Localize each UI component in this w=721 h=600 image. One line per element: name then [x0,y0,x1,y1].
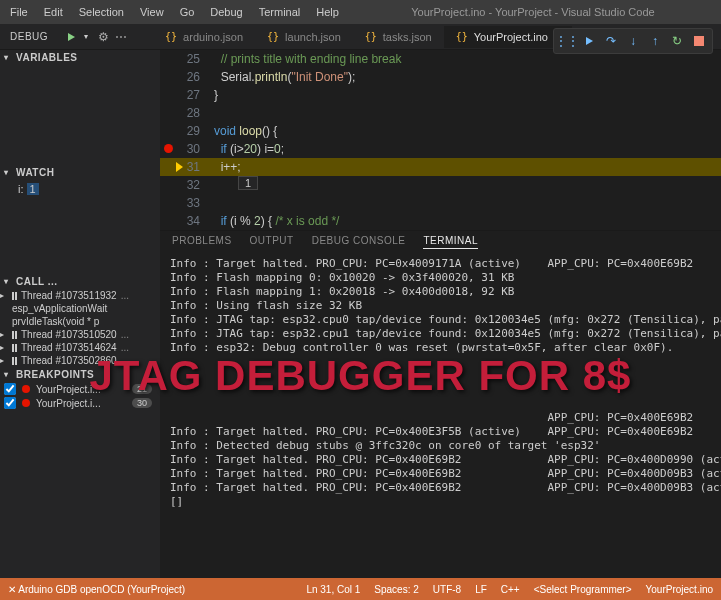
watch-label: WATCH [16,167,54,178]
code-editor[interactable]: 1 25 // prints title with ending line br… [160,50,721,230]
panel-tab-terminal[interactable]: TERMINAL [423,235,478,249]
chevron-down-icon: ▾ [4,53,12,62]
debug-label: DEBUG [0,31,58,42]
window-title: YourProject.ino - YourProject - Visual S… [347,6,719,18]
chevron-down-icon: ▾ [4,168,12,177]
breakpoint-checkbox[interactable] [4,397,16,409]
start-debug-button[interactable] [64,30,78,44]
watch-item[interactable]: i: 1 [18,182,160,196]
debug-sidebar: ▾ VARIABLES ▾ WATCH i: 1 ▾ CALL ... ▸Thr… [0,50,160,578]
restart-button[interactable]: ↻ [667,32,687,50]
stop-button[interactable] [689,32,709,50]
status-item[interactable]: LF [475,584,487,595]
callstack-item[interactable]: ▸Thread #1073510520 ... [0,328,160,341]
terminal-output[interactable]: Info : Target halted. PRO_CPU: PC=0x4009… [160,253,721,578]
callstack-item[interactable]: ▸Thread #1073514624 ... [0,341,160,354]
tab-arduino-json[interactable]: {}arduino.json [153,26,255,48]
file-icon: {} [267,31,279,42]
pause-icon [12,331,17,339]
continue-button[interactable] [579,32,599,50]
step-into-button[interactable]: ↓ [623,32,643,50]
status-debug-config[interactable]: ✕ Arduino GDB openOCD (YourProject) [8,584,185,595]
panel-tab-output[interactable]: OUTPUT [250,235,294,249]
chevron-down-icon: ▾ [4,370,12,379]
file-icon: {} [365,31,377,42]
menu-edit[interactable]: Edit [36,6,71,18]
tab-tasks-json[interactable]: {}tasks.json [353,26,444,48]
breakpoint-glyph[interactable] [164,144,173,153]
variables-label: VARIABLES [16,52,78,63]
status-item[interactable]: UTF-8 [433,584,461,595]
menu-debug[interactable]: Debug [202,6,250,18]
debug-settings-icon[interactable]: ⚙ [98,30,109,44]
pause-icon [12,344,17,352]
step-out-button[interactable]: ↑ [645,32,665,50]
panel-tab-debug-console[interactable]: DEBUG CONSOLE [312,235,406,249]
menu-help[interactable]: Help [308,6,347,18]
menu-file[interactable]: File [2,6,36,18]
callstack-item[interactable]: ▸Thread #1073511932 ... [0,289,160,302]
menu-selection[interactable]: Selection [71,6,132,18]
debug-floating-toolbar: ⋮⋮ ↷ ↓ ↑ ↻ [553,28,713,54]
status-item[interactable]: Ln 31, Col 1 [306,584,360,595]
breakpoints-section-header[interactable]: ▾ BREAKPOINTS [0,367,160,382]
callstack-item[interactable]: prvIdleTask(void * p [0,315,160,328]
step-over-button[interactable]: ↷ [601,32,621,50]
breakpoint-checkbox[interactable] [4,383,16,395]
menu-go[interactable]: Go [172,6,203,18]
status-item[interactable]: <Select Programmer> [534,584,632,595]
panel-tab-problems[interactable]: PROBLEMS [172,235,232,249]
breakpoint-dot-icon [22,385,30,393]
status-item[interactable]: C++ [501,584,520,595]
status-item[interactable]: YourProject.ino [646,584,713,595]
callstack-item[interactable]: ▸Thread #1073502860 ... [0,354,160,367]
debug-config-dropdown[interactable]: ▾ [84,32,92,41]
callstack-label: CALL ... [16,276,58,287]
variables-section-header[interactable]: ▾ VARIABLES [0,50,160,65]
file-icon: {} [456,31,468,42]
callstack-item[interactable]: esp_vApplicationWait [0,302,160,315]
tab-launch-json[interactable]: {}launch.json [255,26,353,48]
breakpoints-label: BREAKPOINTS [16,369,94,380]
menu-view[interactable]: View [132,6,172,18]
callstack-section-header[interactable]: ▾ CALL ... [0,274,160,289]
titlebar: FileEditSelectionViewGoDebugTerminalHelp… [0,0,721,24]
breakpoint-item[interactable]: YourProject.i...21 [0,382,160,396]
menu-terminal[interactable]: Terminal [251,6,309,18]
current-line-arrow-icon [176,162,183,172]
panel-tabs: PROBLEMSOUTPUTDEBUG CONSOLETERMINAL [160,230,721,253]
breakpoint-dot-icon [22,399,30,407]
drag-handle-icon[interactable]: ⋮⋮ [557,32,577,50]
pause-icon [12,292,17,300]
inline-value-hint: 1 [238,176,258,190]
breakpoint-item[interactable]: YourProject.i...30 [0,396,160,410]
status-item[interactable]: Spaces: 2 [374,584,418,595]
pause-icon [12,357,17,365]
file-icon: {} [165,31,177,42]
chevron-down-icon: ▾ [4,277,12,286]
statusbar: ✕ Arduino GDB openOCD (YourProject) Ln 3… [0,578,721,600]
debug-more-icon[interactable]: ⋯ [115,30,127,44]
watch-section-header[interactable]: ▾ WATCH [0,165,160,180]
